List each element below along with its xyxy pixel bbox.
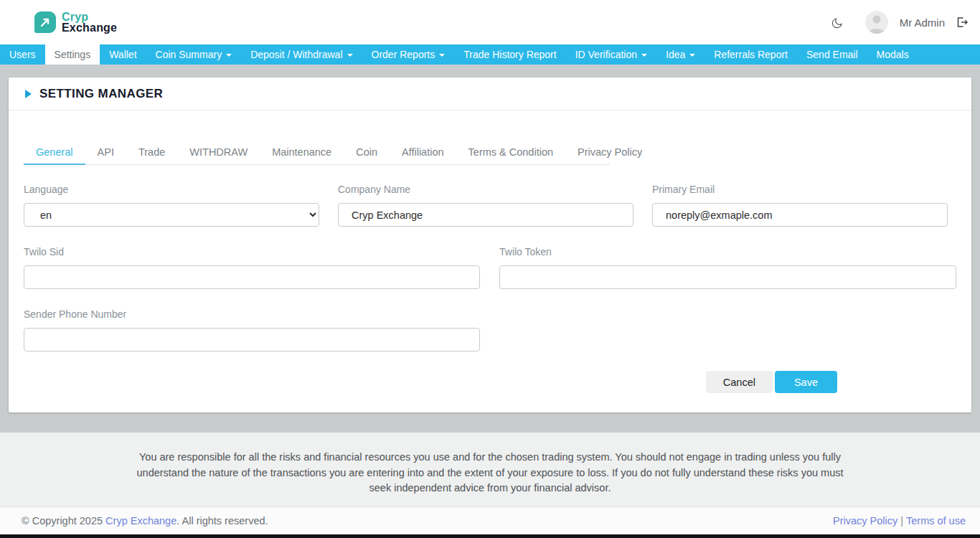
settings-tabs: General API Trade WITHDRAW Maintenance C… [24, 141, 610, 165]
tab-affiliation[interactable]: Affiliation [390, 141, 456, 165]
risk-disclaimer-text: You are responsible for all the risks an… [131, 450, 849, 496]
privacy-policy-link[interactable]: Privacy Policy [833, 515, 897, 527]
nav-label: Settings [55, 49, 91, 60]
footer-links: Privacy Policy|Terms of use [833, 515, 966, 527]
arrow-up-right-icon [38, 15, 52, 29]
user-avatar[interactable] [865, 11, 888, 34]
caret-down-icon [347, 54, 353, 57]
tab-general[interactable]: General [24, 141, 85, 165]
nav-item-deposit-withdrawal[interactable]: Deposit / Withdrawal [241, 44, 362, 65]
form-row-3: Sender Phone Number [24, 308, 956, 351]
brand-logo[interactable]: Cryp Exchange [34, 11, 117, 33]
twilo-token-input[interactable] [499, 265, 956, 289]
form-row-2: Twilo Sid Twilo Token [24, 246, 956, 289]
form-row-1: Language en Company Name Primary Email [24, 184, 956, 227]
user-name: Mr Admin [900, 16, 945, 29]
company-name-input[interactable] [338, 203, 633, 227]
sender-phone-field-group: Sender Phone Number [24, 308, 480, 351]
nav-item-send-email[interactable]: Send Email [797, 44, 867, 65]
language-select[interactable]: en [24, 203, 319, 227]
header-right: Mr Admin [831, 11, 969, 34]
brand-logo-icon [34, 11, 56, 33]
save-button[interactable]: Save [775, 371, 837, 393]
nav-item-wallet[interactable]: Wallet [100, 44, 146, 65]
logout-icon [956, 16, 969, 28]
tab-trade[interactable]: Trade [126, 141, 177, 165]
brand-name-bottom: Exchange [62, 22, 117, 33]
nav-label: Users [9, 49, 36, 60]
main-content: SETTING MANAGER General API Trade WITHDR… [0, 65, 980, 433]
nav-label: Send Email [806, 49, 858, 60]
twilo-sid-input[interactable] [24, 265, 480, 289]
nav-item-trade-history-report[interactable]: Trade History Report [454, 44, 565, 65]
nav-item-idea[interactable]: Idea [656, 44, 705, 65]
primary-email-field-group: Primary Email [652, 184, 948, 227]
nav-label: ID Verification [575, 49, 637, 60]
copyright-suffix: . All rights reserved. [176, 515, 268, 527]
brand-name-top: Cryp [62, 11, 117, 22]
copyright-prefix: © Copyright 2025 [22, 515, 103, 527]
company-name-label: Company Name [338, 184, 633, 195]
play-triangle-icon [25, 90, 32, 98]
twilo-token-field-group: Twilo Token [499, 246, 956, 289]
sender-phone-label: Sender Phone Number [24, 308, 480, 320]
nav-item-referrals-report[interactable]: Referrals Report [705, 44, 797, 65]
nav-label: Deposit / Withdrawal [250, 49, 342, 60]
page-title: SETTING MANAGER [39, 87, 163, 101]
footer-bar: © Copyright 2025 Cryp Exchange. All righ… [0, 506, 980, 534]
caret-down-icon [439, 54, 445, 57]
twilo-sid-field-group: Twilo Sid [24, 246, 480, 289]
nav-label: Modals [877, 49, 909, 60]
tab-terms-condition[interactable]: Terms & Condition [456, 141, 565, 165]
disclaimer-section: You are responsible for all the risks an… [0, 433, 980, 506]
nav-label: Idea [666, 49, 685, 60]
language-field-group: Language en [24, 184, 319, 227]
nav-label: Referrals Report [714, 49, 788, 60]
caret-down-icon [641, 54, 647, 57]
language-label: Language [24, 184, 319, 195]
form-actions: Cancel Save [24, 371, 956, 393]
nav-label: Coin Summary [156, 49, 222, 60]
tab-api[interactable]: API [85, 141, 126, 165]
footer-brand-link[interactable]: Cryp Exchange [105, 515, 176, 527]
company-name-field-group: Company Name [338, 184, 633, 227]
setting-manager-panel: SETTING MANAGER General API Trade WITHDR… [9, 77, 971, 412]
general-settings-form: Language en Company Name Primary Email [24, 184, 956, 393]
primary-email-label: Primary Email [652, 184, 948, 195]
person-icon [865, 11, 888, 34]
nav-item-order-reports[interactable]: Order Reports [362, 44, 455, 65]
nav-item-id-verification[interactable]: ID Verification [566, 44, 656, 65]
nav-item-users[interactable]: Users [0, 44, 45, 65]
copyright-text: © Copyright 2025 Cryp Exchange. All righ… [22, 515, 268, 527]
nav-label: Wallet [109, 49, 136, 60]
cancel-button[interactable]: Cancel [706, 371, 773, 393]
nav-label: Trade History Report [463, 49, 556, 60]
tab-coin[interactable]: Coin [344, 141, 390, 165]
tab-withdraw[interactable]: WITHDRAW [177, 141, 260, 165]
sender-phone-input[interactable] [24, 328, 480, 351]
top-header: Cryp Exchange Mr Admin [0, 0, 980, 44]
tab-maintenance[interactable]: Maintenance [260, 141, 344, 165]
nav-item-modals[interactable]: Modals [867, 44, 918, 65]
moon-icon [831, 16, 844, 29]
main-navbar: Users Settings Wallet Coin Summary Depos… [0, 44, 980, 65]
panel-body: General API Trade WITHDRAW Maintenance C… [9, 110, 971, 393]
bottom-edge-strip [0, 534, 980, 538]
nav-label: Order Reports [372, 49, 435, 60]
tab-privacy-policy[interactable]: Privacy Policy [565, 141, 654, 165]
twilo-sid-label: Twilo Sid [24, 246, 480, 258]
panel-header: SETTING MANAGER [9, 77, 971, 110]
dark-mode-toggle[interactable] [831, 16, 844, 29]
caret-down-icon [689, 54, 695, 57]
page: Cryp Exchange Mr Admin [0, 0, 980, 538]
caret-down-icon [226, 54, 232, 57]
brand-logo-text: Cryp Exchange [62, 11, 117, 33]
nav-item-settings[interactable]: Settings [45, 44, 100, 65]
primary-email-input[interactable] [652, 203, 948, 227]
logout-button[interactable] [956, 16, 969, 28]
nav-item-coin-summary[interactable]: Coin Summary [146, 44, 242, 65]
terms-of-use-link[interactable]: Terms of use [906, 515, 966, 527]
link-separator: | [900, 515, 903, 527]
twilo-token-label: Twilo Token [499, 246, 956, 258]
